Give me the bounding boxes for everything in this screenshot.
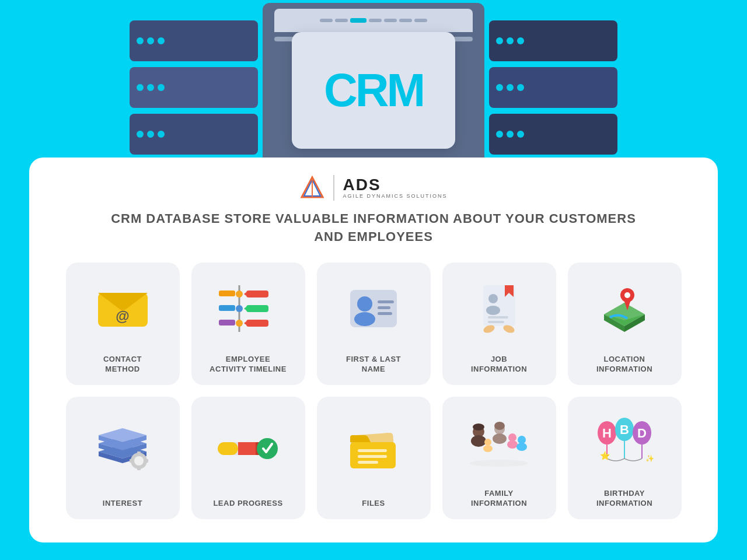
svg-rect-30	[488, 316, 508, 318]
lead-progress-icon	[215, 428, 282, 468]
svg-rect-61	[358, 449, 387, 452]
rack-unit	[489, 67, 617, 108]
card-icon-lead-progress	[191, 397, 305, 499]
svg-rect-15	[246, 320, 268, 327]
svg-point-70	[508, 433, 516, 442]
svg-point-29	[486, 306, 500, 315]
card-icon-interest	[66, 397, 180, 499]
card-contact-method[interactable]: @ CONTACTMETHOD	[66, 262, 180, 385]
svg-rect-23	[378, 300, 394, 303]
server-rack-right	[489, 20, 617, 155]
cards-row-2: INTEREST LEAD PROGRESS	[53, 397, 694, 519]
headline-line1: CRM DATABASE STORE VALUABLE INFORMATION …	[111, 211, 636, 226]
svg-point-48	[134, 456, 144, 466]
main-content-card: ADS AGILE DYNAMICS SOLUTIONS CRM DATABAS…	[29, 158, 718, 542]
svg-text:✨: ✨	[645, 454, 654, 463]
svg-rect-51	[130, 459, 133, 463]
svg-rect-54	[218, 442, 238, 455]
svg-point-73	[516, 443, 527, 451]
card-family-information[interactable]: FAMILYINFORMATION	[442, 397, 556, 519]
card-label-contact-method: CONTACTMETHOD	[103, 355, 142, 374]
svg-point-74	[484, 439, 491, 446]
svg-rect-24	[378, 306, 390, 309]
svg-rect-11	[246, 290, 268, 298]
svg-point-10	[236, 320, 243, 327]
svg-point-68	[494, 422, 505, 430]
card-icon-location	[568, 262, 682, 355]
ads-logo-icon	[299, 175, 325, 201]
card-first-last-name[interactable]: FIRST & LASTNAME	[317, 262, 431, 385]
svg-point-21	[357, 296, 372, 312]
rack-unit	[130, 20, 258, 61]
card-icon-name	[317, 262, 431, 355]
birthday-icon: H B D ⭐ ✨	[594, 416, 655, 469]
svg-point-69	[493, 433, 507, 444]
cards-grid: @ CONTACTMETHOD	[53, 262, 694, 519]
svg-point-76	[470, 460, 528, 467]
rack-unit	[130, 114, 258, 155]
rack-unit	[130, 67, 258, 108]
card-lead-progress[interactable]: LEAD PROGRESS	[191, 397, 305, 519]
card-employee-activity-timeline[interactable]: EMPLOYEEACTIVITY TIMELINE	[191, 262, 305, 385]
card-files[interactable]: FILES	[317, 397, 431, 519]
card-birthday-information[interactable]: H B D ⭐ ✨	[568, 397, 682, 519]
card-job-information[interactable]: JOBINFORMATION	[442, 262, 556, 385]
svg-rect-52	[145, 459, 148, 463]
server-illustration: CRM	[0, 0, 747, 175]
svg-point-65	[473, 424, 484, 430]
svg-rect-17	[219, 290, 235, 296]
card-label-job-information: JOBINFORMATION	[471, 355, 527, 374]
card-label-location-information: LOCATIONINFORMATION	[596, 355, 652, 374]
svg-rect-13	[246, 305, 268, 312]
svg-rect-49	[137, 452, 141, 455]
name-icon	[347, 285, 400, 332]
card-icon-files	[317, 397, 431, 499]
card-interest[interactable]: INTEREST	[66, 397, 180, 519]
svg-point-66	[471, 435, 486, 447]
logo-section: ADS AGILE DYNAMICS SOLUTIONS	[53, 175, 694, 201]
interest-icon	[95, 425, 151, 471]
files-icon	[347, 425, 400, 471]
svg-marker-12	[244, 290, 249, 298]
ads-brand-subtitle: AGILE DYNAMICS SOLUTIONS	[343, 193, 447, 199]
svg-text:@: @	[116, 308, 129, 324]
svg-point-8	[236, 290, 243, 298]
server-top-panel	[274, 9, 473, 32]
card-label-files: FILES	[362, 499, 385, 509]
card-icon-job	[442, 262, 556, 355]
card-icon-family	[442, 397, 556, 489]
svg-rect-63	[358, 461, 378, 464]
svg-point-22	[354, 312, 375, 326]
family-icon	[466, 419, 533, 467]
svg-rect-18	[219, 305, 235, 311]
rack-unit	[489, 114, 617, 155]
svg-marker-16	[244, 320, 249, 327]
headline-line2: AND EMPLOYEES	[314, 229, 433, 244]
svg-point-72	[518, 436, 526, 444]
svg-point-75	[483, 445, 493, 452]
crm-label: CRM	[324, 64, 423, 117]
card-label-first-last-name: FIRST & LASTNAME	[346, 355, 401, 374]
svg-rect-31	[488, 321, 504, 323]
svg-rect-62	[358, 455, 387, 458]
rack-unit	[489, 20, 617, 61]
svg-text:B: B	[620, 422, 629, 437]
svg-marker-14	[244, 305, 249, 312]
svg-point-71	[507, 440, 518, 449]
server-middle: CRM	[263, 3, 484, 172]
server-rack-left	[130, 20, 258, 155]
svg-text:D: D	[637, 426, 647, 440]
card-icon-contact: @	[66, 262, 180, 355]
svg-rect-19	[219, 320, 235, 326]
svg-rect-25	[378, 312, 392, 315]
card-location-information[interactable]: LOCATIONINFORMATION	[568, 262, 682, 385]
svg-rect-50	[137, 467, 141, 470]
card-label-family-information: FAMILYINFORMATION	[471, 489, 527, 509]
svg-text:H: H	[602, 426, 612, 440]
svg-point-9	[236, 305, 243, 312]
svg-point-28	[488, 294, 498, 303]
svg-point-39	[624, 292, 630, 298]
location-icon	[598, 282, 651, 335]
svg-rect-55	[238, 442, 256, 455]
cards-row-1: @ CONTACTMETHOD	[53, 262, 694, 385]
